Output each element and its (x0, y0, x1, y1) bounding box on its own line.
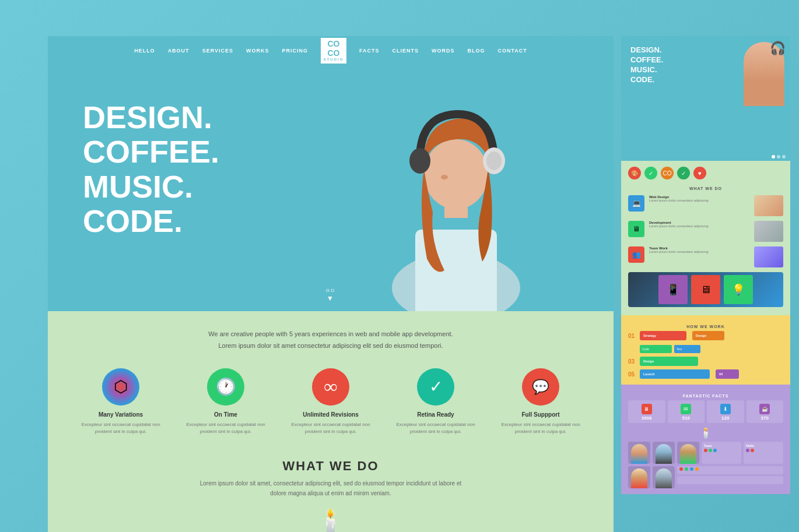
rp-svc3-text: Team Work Lorem ipsum dolor consectetur … (649, 246, 749, 255)
rp-headphone-icon: 🎧 (770, 41, 786, 56)
right-panel: DESIGN.COFFEE.MUSIC.CODE. 🎧 🎨 ✓ CO ✓ ♥ W… (621, 36, 790, 532)
rp-step1-sub: Design (692, 331, 724, 340)
about-section: We are creative people with 5 years expe… (48, 311, 614, 532)
rp-avatar-1 (628, 442, 650, 464)
rp-step-1: 01 Strategy Design (628, 331, 783, 340)
rp-step2-bar: Design (640, 357, 698, 366)
feature-revisions: ∞ Unlimited Revisions Excepteur sint occ… (290, 368, 372, 435)
rp-showcase-thumb3: 💡 (724, 275, 753, 304)
nav-hello[interactable]: HELLO (134, 48, 155, 54)
wwd-header: WHAT WE DO Lorem ipsum dolor sit amet, c… (71, 441, 590, 498)
hero-text: DESIGN. COFFEE. MUSIC. CODE. (83, 100, 219, 239)
rp-step2-num: 03 (628, 358, 636, 365)
rp-card-grid: Team Skills (702, 442, 783, 464)
nav-works[interactable]: WORKS (246, 48, 269, 54)
feature-retina: ✓ Retina Ready Excepteur sint occaecat c… (395, 368, 476, 435)
rp-step1-num: 01 (628, 333, 636, 339)
svg-point-4 (409, 148, 430, 174)
rp-step-3: 05 Launch 04 (628, 369, 783, 379)
hero-heading: DESIGN. COFFEE. MUSIC. CODE. (83, 100, 219, 239)
rp-card2-dots (746, 449, 781, 452)
rp-step3-bar: Launch (640, 369, 710, 379)
hero-section: HELLO ABOUT SERVICES WORKS PRICING COCO … (48, 36, 614, 311)
rp-icon-row: 🎨 ✓ CO ✓ ♥ (628, 167, 783, 179)
logo-studio: STUDIO (324, 58, 344, 62)
page-dot-2[interactable] (777, 155, 780, 158)
revisions-icon: ∞ (312, 368, 349, 406)
rp-stat2-num: 510 (671, 415, 702, 421)
rp-purple-section: FANTASTIC FACTS 🖥 3906 ✉ 510 ⬇ 120 ☕ 370… (621, 385, 790, 494)
rp-svc2-desc: Lorem ipsum dolor consectetur adipiscing (649, 224, 749, 229)
rp-info-bar (677, 476, 783, 484)
nav-contact[interactable]: CONTACT (498, 48, 527, 54)
rp-icon-checkb: ✓ (677, 167, 690, 179)
nav-clients[interactable]: CLIENTS (393, 48, 419, 54)
nav-blog[interactable]: BLOG (468, 48, 485, 54)
rp-showcase: 📱 🖥 💡 (628, 272, 783, 307)
rp-service-3: 👥 Team Work Lorem ipsum dolor consectetu… (628, 246, 783, 267)
nav-about[interactable]: ABOUT (168, 48, 190, 54)
rp-card1-dots (704, 449, 739, 452)
support-icon: 💬 (522, 368, 559, 406)
rp-step-sub-row: Code Test (640, 345, 783, 353)
revisions-desc: Excepteur sint occaecat cupidatat non pr… (290, 421, 372, 435)
rp-svc2-img (754, 221, 783, 242)
rp-hero-section: DESIGN.COFFEE.MUSIC.CODE. 🎧 (621, 36, 790, 153)
rp-yellow-section: HOW WE WORK 01 Strategy Design Code Test… (621, 315, 790, 385)
rp-info-block (677, 466, 783, 488)
rp-stat4-num: 370 (749, 415, 781, 421)
feature-ontime: 🕐 On Time Excepteur sint occaecat cupida… (185, 368, 267, 435)
variations-desc: Excepteur sint occaecat cupidatat non pr… (80, 421, 162, 435)
page-dot-1[interactable] (772, 155, 775, 158)
rp-icon-design: 🎨 (628, 167, 641, 179)
rp-svc1-img (754, 195, 783, 216)
features-row: ⬡ Many Variations Excepteur sint occaeca… (71, 368, 590, 435)
ontime-title: On Time (185, 411, 267, 418)
rp-stat-4: ☕ 370 (747, 400, 784, 423)
rp-facts-title: FANTASTIC FACTS (628, 390, 783, 400)
navigation: HELLO ABOUT SERVICES WORKS PRICING COCO … (48, 36, 614, 65)
about-tagline: We are creative people with 5 years expe… (71, 329, 590, 352)
wwd-title: WHAT WE DO (71, 459, 590, 474)
variations-icon: ⬡ (102, 368, 139, 406)
nav-words[interactable]: WORDS (432, 48, 455, 54)
nav-pricing[interactable]: PRICING (282, 48, 308, 54)
rp-steps-list: 01 Strategy Design Code Test 03 Design 0… (628, 331, 783, 379)
rp-svc1-icon: 💻 (628, 195, 644, 212)
svg-point-3 (424, 139, 488, 209)
rp-flame-icon: 🕯️ (628, 427, 783, 439)
wwd-subtitle: Lorem ipsum dolor sit amet, consectetur … (71, 478, 590, 498)
rp-card-1: Team (702, 442, 741, 464)
rp-stat1-num: 3906 (631, 415, 663, 421)
feature-support: 💬 Full Suppport Excepteur sint occaecat … (500, 368, 581, 435)
rp-stat3-icon: ⬇ (720, 404, 731, 414)
rp-service-1: 💻 Web Design Lorem ipsum dolor consectet… (628, 195, 783, 216)
rp-stat-1: 🖥 3906 (628, 400, 665, 423)
nav-facts[interactable]: FACTS (359, 48, 380, 54)
rp-team-row-2 (628, 466, 783, 488)
rp-info-dots (677, 466, 783, 474)
main-card: HELLO ABOUT SERVICES WORKS PRICING COCO … (48, 36, 614, 532)
rp-icon-co: CO (661, 167, 674, 179)
hero-figure (357, 61, 555, 311)
rp-svc3-img (754, 246, 783, 267)
site-logo[interactable]: COCO STUDIO (321, 38, 346, 64)
rp-step-2: 03 Design (628, 357, 783, 366)
rp-icon-heart: ♥ (693, 167, 706, 179)
rp-icon-check: ✓ (644, 167, 657, 179)
page-dot-3[interactable] (782, 155, 786, 158)
go-arrow[interactable]: GO ▼ (326, 288, 335, 302)
nav-services[interactable]: SERVICES (202, 48, 233, 54)
logo-co: COCO (328, 40, 340, 58)
rp-showcase-thumb1: 📱 (658, 275, 688, 304)
rp-step1-bar: Strategy (640, 331, 686, 340)
retina-title: Retina Ready (395, 411, 476, 418)
candle-icon: 🕯️ (71, 508, 590, 532)
rp-stat1-icon: 🖥 (642, 404, 652, 414)
variations-title: Many Variations (80, 411, 162, 418)
ontime-desc: Excepteur sint occaecat cupidatat non pr… (185, 421, 267, 435)
down-arrow-icon: ▼ (326, 294, 335, 302)
hero-line4: CODE. (83, 203, 183, 238)
rp-avatar-5 (653, 466, 675, 488)
hero-illustration (369, 66, 544, 311)
